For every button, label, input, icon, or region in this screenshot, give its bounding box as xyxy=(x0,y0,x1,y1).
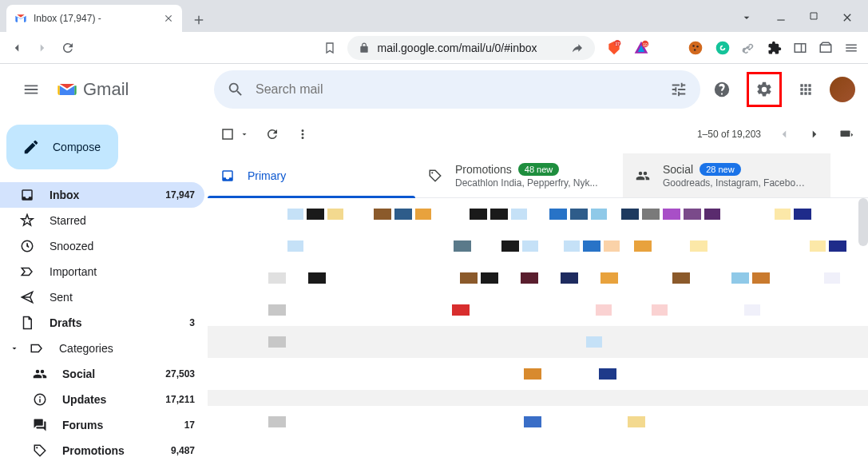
main-area: Compose Inbox 17,947 Starred Snoozed Imp… xyxy=(0,115,868,469)
mail-row[interactable] xyxy=(208,326,868,358)
window-controls xyxy=(740,11,868,24)
scrollbar[interactable] xyxy=(858,198,868,246)
share-icon[interactable] xyxy=(571,42,584,54)
search-input[interactable] xyxy=(256,82,659,97)
svg-point-4 xyxy=(689,41,703,54)
wallet-icon[interactable] xyxy=(818,41,833,55)
url-text: mail.google.com/mail/u/0/#inbox xyxy=(378,42,537,54)
maximize-icon[interactable] xyxy=(809,11,818,24)
browser-tab-title: Inbox (17,947) - xyxy=(34,13,158,24)
select-dropdown[interactable] xyxy=(240,129,249,139)
svg-point-13 xyxy=(431,172,433,173)
pagination-text: 1–50 of 19,203 xyxy=(697,129,761,140)
sidebar-item-forums[interactable]: Forums 17 xyxy=(0,412,204,438)
mail-row[interactable] xyxy=(208,406,868,438)
cookie-icon[interactable] xyxy=(688,40,704,56)
browser-titlebar: Inbox (17,947) - xyxy=(0,0,868,32)
gmail-logo[interactable]: Gmail xyxy=(56,78,200,101)
sidebar-item-social[interactable]: Social 27,503 xyxy=(0,361,204,387)
puzzle-icon[interactable] xyxy=(767,41,782,55)
help-icon[interactable] xyxy=(707,74,737,105)
sidebar-item-promotions[interactable]: Promotions 9,487 xyxy=(0,438,204,463)
browser-tab[interactable]: Inbox (17,947) - xyxy=(6,5,182,32)
mail-row[interactable] xyxy=(208,390,868,406)
panel-icon[interactable] xyxy=(793,41,807,55)
gmail-logo-text: Gmail xyxy=(83,79,129,100)
important-icon xyxy=(19,264,35,279)
inbox-icon xyxy=(19,188,35,202)
people-icon xyxy=(636,169,650,183)
next-page-button[interactable] xyxy=(807,127,822,141)
gmail-header: Gmail xyxy=(0,64,868,115)
address-bar[interactable]: mail.google.com/mail/u/0/#inbox xyxy=(347,36,596,60)
tag-icon xyxy=(428,169,442,183)
search-icon xyxy=(227,81,244,98)
sidebar-item-important[interactable]: Important xyxy=(0,259,204,284)
prev-page-button[interactable] xyxy=(777,127,791,141)
sidebar-item-snoozed[interactable]: Snoozed xyxy=(0,233,204,259)
sidebar-item-inbox[interactable]: Inbox 17,947 xyxy=(0,182,204,208)
inbox-icon xyxy=(220,169,235,183)
send-icon xyxy=(19,290,35,304)
new-tab-button[interactable] xyxy=(192,13,206,27)
tune-icon[interactable] xyxy=(670,81,688,98)
mail-row[interactable] xyxy=(208,294,868,326)
extension-icons: 17 10 xyxy=(606,40,858,56)
mail-list[interactable] xyxy=(208,198,868,469)
sidebar-item-drafts[interactable]: Drafts 3 xyxy=(0,310,204,336)
minimize-icon[interactable] xyxy=(775,11,787,24)
content-area: 1–50 of 19,203 Primary Promotions 48 new xyxy=(208,115,868,469)
triangle-icon[interactable]: 10 xyxy=(633,40,649,56)
gmail-favicon xyxy=(14,12,27,25)
back-button[interactable] xyxy=(10,41,24,55)
grammarly-icon[interactable] xyxy=(715,40,731,56)
chevron-down-icon[interactable] xyxy=(740,11,753,24)
sidebar-item-starred[interactable]: Starred xyxy=(0,208,204,233)
mail-row[interactable] xyxy=(208,198,868,230)
lock-icon xyxy=(359,42,370,54)
menu-icon[interactable] xyxy=(844,41,858,55)
pencil-icon xyxy=(22,138,40,156)
reload-button[interactable] xyxy=(61,41,75,55)
badge: 28 new xyxy=(700,163,740,176)
clock-icon xyxy=(19,239,35,253)
settings-icon[interactable] xyxy=(747,72,782,107)
badge: 48 new xyxy=(518,163,559,176)
compose-button[interactable]: Compose xyxy=(6,125,118,169)
mail-row[interactable] xyxy=(208,262,868,294)
close-icon[interactable] xyxy=(163,13,174,24)
input-tools-button[interactable] xyxy=(838,127,855,141)
apps-icon[interactable] xyxy=(791,75,820,104)
tab-promotions[interactable]: Promotions 48 new Decathlon India, Peppe… xyxy=(415,153,623,197)
mail-row[interactable] xyxy=(208,230,868,262)
category-tabs: Primary Promotions 48 new Decathlon Indi… xyxy=(208,153,868,198)
search-bar[interactable] xyxy=(214,70,700,109)
close-window-icon[interactable] xyxy=(841,11,854,24)
sidebar-item-sent[interactable]: Sent xyxy=(0,284,204,310)
draft-icon xyxy=(19,316,35,330)
svg-point-5 xyxy=(692,45,695,47)
refresh-button[interactable] xyxy=(265,127,279,141)
tab-social[interactable]: Social 28 new Goodreads, Instagram, Face… xyxy=(623,153,830,197)
avatar[interactable] xyxy=(830,77,855,102)
forum-icon xyxy=(32,418,48,432)
sidebar: Compose Inbox 17,947 Starred Snoozed Imp… xyxy=(0,115,204,469)
hamburger-menu[interactable] xyxy=(13,71,50,108)
mail-toolbar: 1–50 of 19,203 xyxy=(208,115,868,153)
bookmark-icon[interactable] xyxy=(323,42,336,54)
chevron-down-icon xyxy=(10,344,19,353)
sidebar-item-updates[interactable]: Updates 17,211 xyxy=(0,387,204,412)
svg-text:17: 17 xyxy=(615,41,620,46)
brave-icon[interactable]: 17 xyxy=(606,40,622,56)
star-icon xyxy=(19,213,35,228)
svg-text:10: 10 xyxy=(643,42,648,46)
browser-toolbar: mail.google.com/mail/u/0/#inbox 17 10 xyxy=(0,32,868,64)
forward-button[interactable] xyxy=(35,41,50,55)
sidebar-categories[interactable]: Categories xyxy=(0,336,204,361)
link-icon[interactable] xyxy=(742,41,756,55)
mail-row[interactable] xyxy=(208,358,868,390)
more-button[interactable] xyxy=(295,127,310,141)
tab-primary[interactable]: Primary xyxy=(208,153,415,197)
select-checkbox[interactable] xyxy=(220,127,235,141)
header-actions xyxy=(707,72,855,107)
